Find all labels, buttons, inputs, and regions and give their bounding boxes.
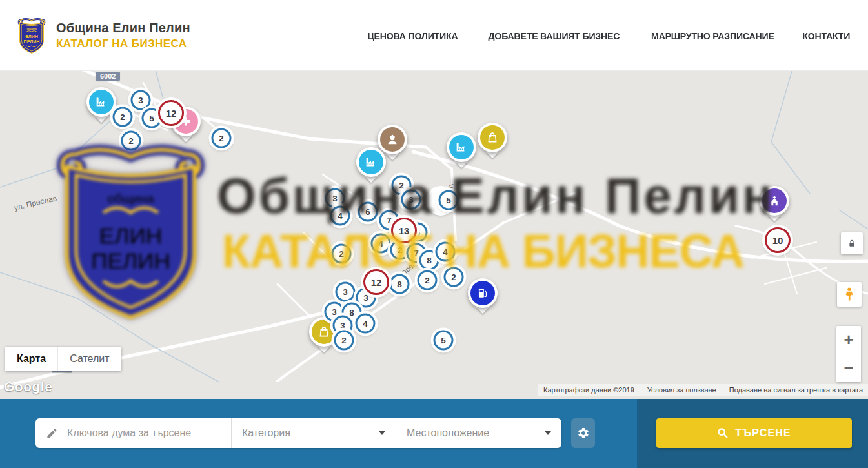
cluster-marker-4[interactable]: 4 bbox=[371, 234, 391, 254]
lock-control-button[interactable] bbox=[841, 232, 863, 254]
search-bar: Категория Местоположение ТЪРСЕНЕ bbox=[0, 399, 868, 468]
factory-pin-marker[interactable] bbox=[86, 87, 116, 117]
gear-icon bbox=[577, 427, 590, 440]
map-canvas[interactable]: 6002105ул. Преславбул. „Новоселция" 3251… bbox=[0, 71, 868, 399]
cluster-marker-2[interactable]: 2 bbox=[212, 128, 232, 148]
cluster-marker-3[interactable]: 3 bbox=[336, 282, 356, 302]
nav-item-2[interactable]: ДОБАВЕТЕ ВАШИЯТ БИЗНЕС bbox=[488, 30, 620, 41]
zoom-out-button[interactable]: − bbox=[836, 354, 861, 382]
header: община ЕЛИН ПЕЛИН Община Елин Пелин КАТА… bbox=[0, 0, 868, 71]
cluster-marker-4[interactable]: 4 bbox=[356, 314, 376, 334]
cluster-marker-5[interactable]: 5 bbox=[439, 190, 459, 210]
crest-text-top: община bbox=[26, 27, 37, 30]
crest-text-line2: ПЕЛИН bbox=[24, 39, 40, 44]
zoom-control: + − bbox=[836, 326, 861, 382]
attribution-link[interactable]: Условия за ползване bbox=[647, 386, 716, 394]
fuel-pin-marker[interactable] bbox=[468, 278, 498, 308]
street-view-pegman-button[interactable] bbox=[837, 282, 862, 307]
church-pin-marker[interactable] bbox=[760, 186, 789, 216]
cluster-marker-2[interactable]: 2 bbox=[113, 107, 133, 127]
zoom-in-button[interactable]: + bbox=[836, 326, 861, 354]
site-subtitle: КАТАЛОГ НА БИЗНЕСА bbox=[56, 37, 190, 50]
cluster-marker-13[interactable]: 13 bbox=[391, 218, 417, 243]
shopping-bag-pin-marker[interactable] bbox=[478, 123, 507, 152]
page: община ЕЛИН ПЕЛИН Община Елин Пелин КАТА… bbox=[0, 0, 868, 468]
nav-item-1[interactable]: ЦЕНОВА ПОЛИТИКА bbox=[368, 30, 458, 41]
keyword-search-input[interactable] bbox=[66, 427, 221, 440]
crest-text-line1: ЕЛИН bbox=[25, 34, 38, 39]
cluster-marker-12[interactable]: 12 bbox=[363, 269, 389, 295]
cluster-marker-3[interactable]: 3 bbox=[401, 190, 421, 210]
category-select-label: Категория bbox=[242, 427, 290, 439]
map-type-map-button[interactable]: Карта bbox=[5, 347, 57, 371]
chevron-down-icon bbox=[545, 431, 551, 435]
map-attribution: Картографски данни ©2019Условия за ползв… bbox=[538, 384, 868, 396]
municipality-crest-logo: община ЕЛИН ПЕЛИН bbox=[17, 17, 46, 54]
keyword-field bbox=[35, 418, 231, 448]
main-nav: ЦЕНОВА ПОЛИТИКАДОБАВЕТЕ ВАШИЯТ БИЗНЕСМАР… bbox=[365, 0, 852, 71]
search-fields-row: Категория Местоположение bbox=[35, 418, 561, 448]
google-logo[interactable]: Google bbox=[4, 379, 52, 394]
factory-pin-marker[interactable] bbox=[447, 132, 476, 162]
search-icon bbox=[717, 427, 729, 439]
search-button[interactable]: ТЪРСЕНЕ bbox=[656, 418, 852, 448]
pegman-icon bbox=[842, 286, 856, 303]
site-logo[interactable]: община ЕЛИН ПЕЛИН Община Елин Пелин КАТА… bbox=[17, 17, 190, 54]
cluster-marker-4[interactable]: 4 bbox=[436, 242, 456, 262]
cluster-marker-2[interactable]: 2 bbox=[332, 244, 352, 264]
site-title: Община Елин Пелин bbox=[56, 21, 190, 36]
advanced-settings-button[interactable] bbox=[571, 418, 595, 448]
cluster-marker-2[interactable]: 2 bbox=[334, 331, 354, 351]
cluster-marker-8[interactable]: 8 bbox=[390, 274, 410, 294]
location-select-label: Местоположение bbox=[407, 427, 489, 439]
factory-pin-marker[interactable] bbox=[356, 147, 386, 177]
lock-icon bbox=[847, 238, 857, 249]
map-type-satellite-button[interactable]: Сателит bbox=[57, 347, 121, 371]
attribution-text: Картографски данни ©2019 bbox=[543, 386, 634, 394]
attribution-link[interactable]: Подаване на сигнал за грешка в картата bbox=[729, 386, 863, 394]
location-select[interactable]: Местоположение bbox=[396, 418, 561, 448]
cluster-marker-4[interactable]: 4 bbox=[330, 206, 350, 226]
cluster-marker-5[interactable]: 5 bbox=[434, 331, 454, 351]
logo-text: Община Елин Пелин КАТАЛОГ НА БИЗНЕСА bbox=[56, 21, 190, 50]
cluster-marker-12[interactable]: 12 bbox=[158, 100, 184, 126]
cluster-marker-3[interactable]: 3 bbox=[131, 90, 151, 110]
map-type-control: Карта Сателит bbox=[5, 347, 121, 371]
nav-item-3[interactable]: МАРШРУТНО РАЗПИСАНИЕ bbox=[651, 30, 774, 41]
pencil-icon bbox=[46, 427, 58, 440]
cluster-marker-6[interactable]: 6 bbox=[358, 202, 378, 222]
cluster-marker-2[interactable]: 2 bbox=[444, 267, 464, 287]
cluster-marker-2[interactable]: 2 bbox=[121, 131, 141, 151]
nav-item-4[interactable]: КОНТАКТИ bbox=[803, 30, 851, 41]
cluster-marker-2[interactable]: 2 bbox=[418, 270, 438, 290]
search-button-label: ТЪРСЕНЕ bbox=[735, 427, 791, 439]
cluster-marker-10[interactable]: 10 bbox=[765, 227, 791, 253]
category-select[interactable]: Категория bbox=[231, 418, 396, 448]
chevron-down-icon bbox=[379, 431, 385, 435]
markers-layer: 32512222356713534427842221283338342510 bbox=[0, 71, 868, 399]
